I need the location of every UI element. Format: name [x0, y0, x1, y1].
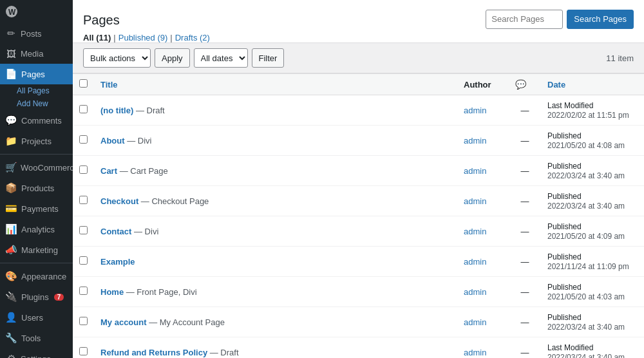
tab-published[interactable]: Published (9): [118, 33, 168, 42]
bulk-actions-select[interactable]: Bulk actions: [83, 48, 151, 68]
row-author-cell: admin: [457, 277, 509, 307]
row-comments-cell: —: [509, 216, 541, 247]
row-title-cell: Contact — Divi: [94, 216, 457, 247]
row-date-cell: Last Modified2022/03/24 at 3:40 am: [541, 337, 644, 359]
row-author-cell: admin: [457, 216, 509, 247]
page-title-link[interactable]: Home: [100, 287, 124, 297]
row-checkbox[interactable]: [79, 347, 88, 355]
date-value: 2022/03/24 at 3:40 am: [547, 202, 625, 211]
page-title-link[interactable]: Example: [100, 257, 135, 267]
dates-filter-select[interactable]: All dates: [194, 48, 248, 68]
date-value: 2021/11/24 at 11:09 pm: [547, 262, 629, 271]
tab-all[interactable]: All (11): [83, 33, 111, 42]
pages-table: Title Author 💬 Date (no title) — Draftad…: [73, 73, 644, 358]
apply-button[interactable]: Apply: [155, 48, 190, 68]
sidebar-item-projects[interactable]: 📁 Projects: [0, 131, 73, 151]
page-title: Pages: [83, 8, 120, 30]
row-checkbox[interactable]: [79, 105, 88, 113]
sidebar-item-marketing[interactable]: 📣 Marketing: [0, 240, 73, 260]
row-checkbox[interactable]: [79, 165, 88, 174]
sidebar-item-analytics[interactable]: 📊 Analytics: [0, 219, 73, 240]
date-value: 2021/05/20 at 4:08 am: [547, 141, 625, 150]
woocommerce-icon: 🛒: [5, 162, 17, 173]
page-title-link[interactable]: Refund and Returns Policy: [100, 348, 207, 357]
search-pages-button[interactable]: Search Pages: [567, 10, 634, 29]
dash-icon: —: [521, 317, 529, 327]
table-body: (no title) — Draftadmin—Last Modified202…: [73, 95, 644, 359]
date-label: Published: [547, 131, 582, 140]
sidebar: W ✏ Posts 🖼 Media 📄 Pages All Pages Add …: [0, 0, 73, 358]
tools-icon: 🔧: [5, 332, 17, 344]
sidebar-item-comments[interactable]: 💬 Comments: [0, 110, 73, 131]
sidebar-item-media[interactable]: 🖼 Media: [0, 44, 73, 64]
author-link[interactable]: admin: [464, 348, 486, 357]
row-author-cell: admin: [457, 337, 509, 359]
col-header-title[interactable]: Title: [94, 74, 457, 95]
sidebar-item-payments[interactable]: 💳 Payments: [0, 198, 73, 219]
row-author-cell: admin: [457, 307, 509, 337]
page-title-link[interactable]: Checkout: [100, 196, 138, 206]
row-date-cell: Last Modified2022/02/02 at 11:51 pm: [541, 95, 644, 126]
sidebar-item-tools[interactable]: 🔧 Tools: [0, 328, 73, 348]
page-title-link[interactable]: (no title): [100, 106, 133, 115]
row-date-cell: Published2021/05/20 at 4:03 am: [541, 277, 644, 307]
sidebar-sub-add-new[interactable]: Add New: [0, 97, 73, 110]
svg-text:W: W: [8, 8, 16, 17]
date-value: 2022/03/24 at 3:40 am: [547, 353, 625, 358]
tab-drafts[interactable]: Drafts (2): [175, 33, 210, 42]
search-input[interactable]: [486, 10, 563, 29]
date-label: Published: [547, 162, 582, 171]
author-link[interactable]: admin: [464, 227, 486, 236]
table-header-row: Title Author 💬 Date: [73, 74, 644, 95]
row-title-cell: About — Divi: [94, 126, 457, 156]
page-title-link[interactable]: Cart: [100, 166, 117, 176]
sidebar-item-pages[interactable]: 📄 Pages: [0, 64, 73, 84]
author-link[interactable]: admin: [464, 317, 486, 327]
page-title-link[interactable]: About: [100, 136, 125, 146]
sidebar-item-products[interactable]: 📦 Products: [0, 178, 73, 198]
page-title-suffix: — My Account Page: [147, 317, 225, 327]
table-row: (no title) — Draftadmin—Last Modified202…: [73, 95, 644, 126]
select-all-checkbox[interactable]: [79, 79, 88, 88]
row-author-cell: admin: [457, 126, 509, 156]
sidebar-item-appearance[interactable]: 🎨 Appearance: [0, 266, 73, 287]
table-row: My account — My Account Pageadmin—Publis…: [73, 307, 644, 337]
sidebar-item-posts[interactable]: ✏ Posts: [0, 23, 73, 44]
sidebar-item-users[interactable]: 👤 Users: [0, 307, 73, 328]
sidebar-item-woocommerce[interactable]: 🛒 WooCommerce: [0, 157, 73, 178]
author-link[interactable]: admin: [464, 106, 486, 115]
page-title-link[interactable]: My account: [100, 317, 147, 327]
author-link[interactable]: admin: [464, 166, 486, 176]
page-title-link[interactable]: Contact: [100, 227, 131, 236]
list-toolbar: Bulk actions Apply All dates Filter 11 i…: [73, 43, 644, 73]
author-link[interactable]: admin: [464, 287, 486, 297]
filter-button[interactable]: Filter: [252, 48, 285, 68]
row-checkbox[interactable]: [79, 317, 88, 325]
row-checkbox[interactable]: [79, 226, 88, 234]
sidebar-item-plugins[interactable]: 🔌 Plugins 7: [0, 287, 73, 307]
sidebar-item-settings[interactable]: ⚙ Settings: [0, 348, 73, 358]
row-checkbox[interactable]: [79, 196, 88, 204]
col-header-comments: 💬: [509, 74, 541, 95]
projects-icon: 📁: [5, 135, 17, 147]
page-title-suffix: — Divi: [125, 136, 152, 146]
author-link[interactable]: admin: [464, 257, 486, 267]
main-content: Pages Search Pages All (11) | Published …: [73, 0, 644, 358]
marketing-icon: 📣: [5, 244, 17, 256]
row-checkbox[interactable]: [79, 135, 88, 144]
dash-icon: —: [521, 227, 529, 236]
author-link[interactable]: admin: [464, 136, 486, 146]
date-value: 2021/05/20 at 4:03 am: [547, 292, 625, 301]
media-icon: 🖼: [5, 48, 17, 59]
settings-icon: ⚙: [5, 353, 17, 358]
col-header-date[interactable]: Date: [541, 74, 644, 95]
users-icon: 👤: [5, 312, 17, 323]
row-checkbox[interactable]: [79, 287, 88, 295]
author-link[interactable]: admin: [464, 196, 486, 206]
row-checkbox[interactable]: [79, 256, 88, 265]
row-comments-cell: —: [509, 277, 541, 307]
date-label: Published: [547, 252, 582, 261]
sidebar-sub-all-pages[interactable]: All Pages: [0, 84, 73, 97]
row-title-cell: Home — Front Page, Divi: [94, 277, 457, 307]
dash-icon: —: [521, 257, 529, 267]
